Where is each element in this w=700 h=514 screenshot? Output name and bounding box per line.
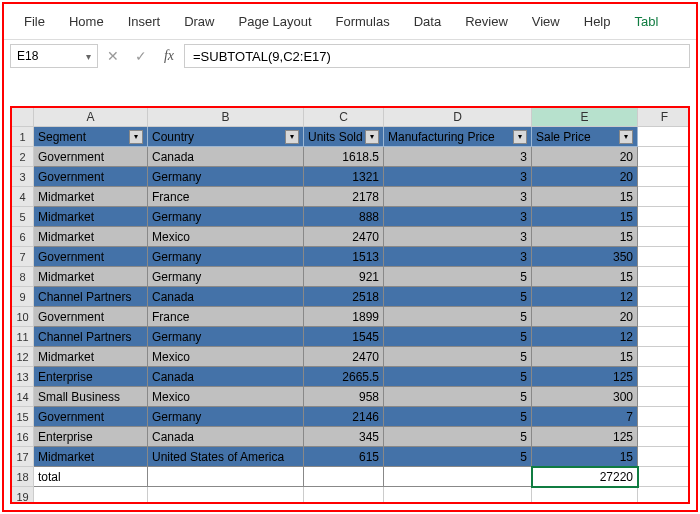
cell-F7[interactable]: [638, 247, 690, 267]
row-header-8[interactable]: 8: [12, 267, 34, 287]
cell-B17[interactable]: United States of America: [148, 447, 304, 467]
cell-B4[interactable]: France: [148, 187, 304, 207]
cell-D3[interactable]: 3: [384, 167, 532, 187]
row-header-18[interactable]: 18: [12, 467, 34, 487]
cell-D18[interactable]: [384, 467, 532, 487]
cell-B12[interactable]: Mexico: [148, 347, 304, 367]
row-header-14[interactable]: 14: [12, 387, 34, 407]
cell-C11[interactable]: 1545: [304, 327, 384, 347]
cell-A3[interactable]: Government: [34, 167, 148, 187]
row-header-10[interactable]: 10: [12, 307, 34, 327]
cell-A10[interactable]: Government: [34, 307, 148, 327]
spreadsheet-grid[interactable]: ABCDEF1Segment▾Country▾Units Sold▾Manufa…: [12, 108, 688, 504]
row-header-11[interactable]: 11: [12, 327, 34, 347]
cell-B18[interactable]: [148, 467, 304, 487]
row-header-19[interactable]: 19: [12, 487, 34, 504]
name-box[interactable]: E18 ▾: [10, 44, 98, 68]
col-header-E[interactable]: E: [532, 108, 638, 127]
table-header-country[interactable]: Country▾: [148, 127, 304, 147]
cell-F15[interactable]: [638, 407, 690, 427]
cell-D5[interactable]: 3: [384, 207, 532, 227]
cell-C18[interactable]: [304, 467, 384, 487]
row-header-9[interactable]: 9: [12, 287, 34, 307]
table-header-manufacturing-price[interactable]: Manufacturing Price▾: [384, 127, 532, 147]
cell-C7[interactable]: 1513: [304, 247, 384, 267]
cell-C16[interactable]: 345: [304, 427, 384, 447]
cell-E11[interactable]: 12: [532, 327, 638, 347]
cell-D9[interactable]: 5: [384, 287, 532, 307]
cell-D12[interactable]: 5: [384, 347, 532, 367]
row-header-4[interactable]: 4: [12, 187, 34, 207]
cell-A18[interactable]: total: [34, 467, 148, 487]
cell-F3[interactable]: [638, 167, 690, 187]
cell-A4[interactable]: Midmarket: [34, 187, 148, 207]
cell-D13[interactable]: 5: [384, 367, 532, 387]
filter-icon[interactable]: ▾: [285, 130, 299, 144]
cell-E6[interactable]: 15: [532, 227, 638, 247]
cell-A11[interactable]: Channel Partners: [34, 327, 148, 347]
ribbon-tab-home[interactable]: Home: [57, 10, 116, 33]
col-header-A[interactable]: A: [34, 108, 148, 127]
cell-E4[interactable]: 15: [532, 187, 638, 207]
cell-F5[interactable]: [638, 207, 690, 227]
cell-A12[interactable]: Midmarket: [34, 347, 148, 367]
cell-A7[interactable]: Government: [34, 247, 148, 267]
table-header-units-sold[interactable]: Units Sold▾: [304, 127, 384, 147]
cell-E18[interactable]: 27220: [532, 467, 638, 487]
cell-E12[interactable]: 15: [532, 347, 638, 367]
cell-B11[interactable]: Germany: [148, 327, 304, 347]
row-header-13[interactable]: 13: [12, 367, 34, 387]
cell-E14[interactable]: 300: [532, 387, 638, 407]
cell-F8[interactable]: [638, 267, 690, 287]
cell-D15[interactable]: 5: [384, 407, 532, 427]
ribbon-tab-view[interactable]: View: [520, 10, 572, 33]
cell-E7[interactable]: 350: [532, 247, 638, 267]
cell-B3[interactable]: Germany: [148, 167, 304, 187]
cell-E8[interactable]: 15: [532, 267, 638, 287]
cell-C5[interactable]: 888: [304, 207, 384, 227]
cell-C2[interactable]: 1618.5: [304, 147, 384, 167]
cell-D17[interactable]: 5: [384, 447, 532, 467]
cell-F12[interactable]: [638, 347, 690, 367]
cell-D6[interactable]: 3: [384, 227, 532, 247]
row-header-2[interactable]: 2: [12, 147, 34, 167]
cell-F10[interactable]: [638, 307, 690, 327]
cell-F1[interactable]: [638, 127, 690, 147]
cell-E3[interactable]: 20: [532, 167, 638, 187]
cell-F13[interactable]: [638, 367, 690, 387]
cell-E13[interactable]: 125: [532, 367, 638, 387]
cell-C6[interactable]: 2470: [304, 227, 384, 247]
cell-D19[interactable]: [384, 487, 532, 504]
cell-D16[interactable]: 5: [384, 427, 532, 447]
cell-B5[interactable]: Germany: [148, 207, 304, 227]
cell-B15[interactable]: Germany: [148, 407, 304, 427]
cell-B2[interactable]: Canada: [148, 147, 304, 167]
filter-icon[interactable]: ▾: [619, 130, 633, 144]
ribbon-tab-page-layout[interactable]: Page Layout: [227, 10, 324, 33]
formula-bar[interactable]: =SUBTOTAL(9,C2:E17): [184, 44, 690, 68]
cell-A14[interactable]: Small Business: [34, 387, 148, 407]
cell-A16[interactable]: Enterprise: [34, 427, 148, 447]
cell-B9[interactable]: Canada: [148, 287, 304, 307]
cell-E19[interactable]: [532, 487, 638, 504]
cell-C10[interactable]: 1899: [304, 307, 384, 327]
row-header-3[interactable]: 3: [12, 167, 34, 187]
cell-F4[interactable]: [638, 187, 690, 207]
cell-F9[interactable]: [638, 287, 690, 307]
cell-C12[interactable]: 2470: [304, 347, 384, 367]
cell-B14[interactable]: Mexico: [148, 387, 304, 407]
ribbon-tab-data[interactable]: Data: [402, 10, 453, 33]
cell-B13[interactable]: Canada: [148, 367, 304, 387]
cell-A6[interactable]: Midmarket: [34, 227, 148, 247]
ribbon-tab-tabl[interactable]: Tabl: [623, 10, 671, 33]
cell-F11[interactable]: [638, 327, 690, 347]
cell-A13[interactable]: Enterprise: [34, 367, 148, 387]
table-header-sale-price[interactable]: Sale Price▾: [532, 127, 638, 147]
cell-E9[interactable]: 12: [532, 287, 638, 307]
confirm-formula-button[interactable]: ✓: [128, 44, 154, 68]
cell-C9[interactable]: 2518: [304, 287, 384, 307]
cell-D10[interactable]: 5: [384, 307, 532, 327]
row-header-16[interactable]: 16: [12, 427, 34, 447]
cell-B8[interactable]: Germany: [148, 267, 304, 287]
cell-F14[interactable]: [638, 387, 690, 407]
